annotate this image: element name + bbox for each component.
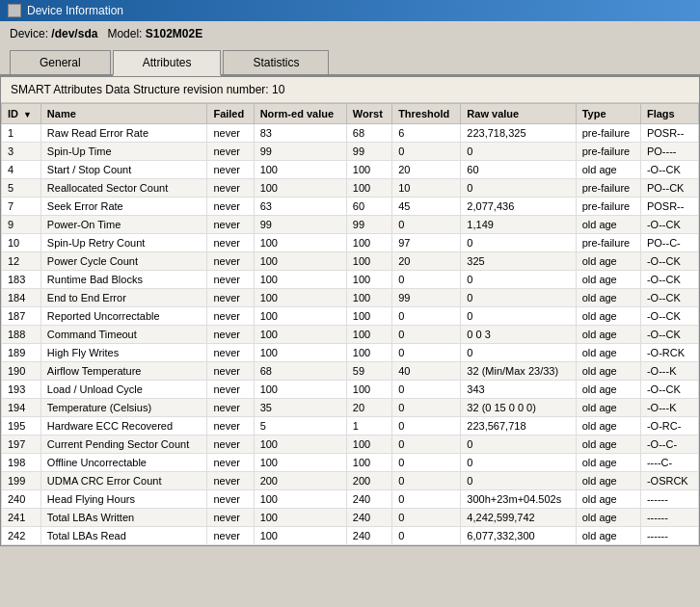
tab-attributes[interactable]: Attributes	[113, 50, 222, 76]
col-id[interactable]: ID ▼	[2, 104, 41, 124]
cell-worst: 200	[346, 472, 391, 490]
col-worst[interactable]: Worst	[346, 104, 391, 124]
cell-name: Spin-Up Time	[40, 143, 207, 161]
cell-normed: 68	[254, 362, 346, 381]
tab-general[interactable]: General	[10, 50, 111, 74]
cell-name: Seek Error Rate	[40, 198, 207, 216]
revision-info: SMART Attributes Data Structure revision…	[1, 77, 699, 103]
cell-raw: 0	[461, 435, 576, 454]
cell-name: Total LBAs Written	[40, 509, 207, 527]
table-row: 12Power Cycle Countnever10010020325old a…	[2, 252, 699, 271]
tab-statistics[interactable]: Statistics	[223, 50, 329, 74]
cell-name: Spin-Up Retry Count	[40, 234, 207, 252]
cell-flags: -O--CK	[640, 271, 698, 289]
cell-failed: never	[207, 344, 254, 362]
col-normed[interactable]: Norm-ed value	[254, 104, 346, 124]
cell-name: Power-On Time	[40, 216, 207, 234]
cell-name: Power Cycle Count	[40, 252, 207, 271]
cell-failed: never	[207, 271, 254, 289]
cell-id: 189	[2, 344, 41, 362]
table-row: 188Command Timeoutnever10010000 0 3old a…	[2, 326, 699, 344]
cell-threshold: 6	[392, 124, 461, 143]
cell-normed: 100	[254, 234, 346, 252]
col-type[interactable]: Type	[576, 104, 640, 124]
device-label: Device:	[10, 27, 48, 40]
col-flags[interactable]: Flags	[640, 104, 698, 124]
cell-name: Command Timeout	[40, 326, 207, 344]
cell-name: Start / Stop Count	[40, 161, 207, 179]
cell-failed: never	[207, 472, 254, 490]
model-value: S102M02E	[146, 27, 202, 40]
col-name[interactable]: Name	[40, 104, 207, 124]
table-row: 3Spin-Up Timenever999900pre-failurePO---…	[2, 143, 699, 161]
cell-flags: PO--C-	[640, 234, 698, 252]
cell-normed: 35	[254, 399, 346, 417]
cell-threshold: 0	[392, 490, 461, 509]
cell-threshold: 0	[392, 326, 461, 344]
cell-failed: never	[207, 417, 254, 435]
cell-raw: 0	[461, 344, 576, 362]
col-raw[interactable]: Raw value	[461, 104, 576, 124]
cell-threshold: 97	[392, 234, 461, 252]
cell-id: 197	[2, 435, 41, 454]
cell-name: Airflow Temperature	[40, 362, 207, 381]
table-row: 7Seek Error Ratenever6360452,077,436pre-…	[2, 198, 699, 216]
cell-failed: never	[207, 198, 254, 216]
cell-name: Hardware ECC Recovered	[40, 417, 207, 435]
cell-id: 12	[2, 252, 41, 271]
cell-threshold: 0	[392, 454, 461, 472]
cell-threshold: 10	[392, 179, 461, 198]
cell-threshold: 20	[392, 252, 461, 271]
cell-type: pre-failure	[576, 124, 640, 143]
cell-worst: 100	[346, 435, 391, 454]
cell-flags: -O--CK	[640, 161, 698, 179]
cell-worst: 100	[346, 326, 391, 344]
cell-worst: 100	[346, 179, 391, 198]
cell-id: 1	[2, 124, 41, 143]
cell-type: old age	[576, 435, 640, 454]
cell-threshold: 0	[392, 527, 461, 545]
cell-normed: 100	[254, 490, 346, 509]
cell-worst: 100	[346, 271, 391, 289]
cell-normed: 63	[254, 198, 346, 216]
table-row: 187Reported Uncorrectablenever10010000ol…	[2, 307, 699, 326]
cell-type: old age	[576, 289, 640, 307]
cell-id: 242	[2, 527, 41, 545]
cell-type: old age	[576, 417, 640, 435]
cell-raw: 32 (Min/Max 23/33)	[461, 362, 576, 381]
table-row: 183Runtime Bad Blocksnever10010000old ag…	[2, 271, 699, 289]
cell-threshold: 0	[392, 435, 461, 454]
cell-normed: 100	[254, 344, 346, 362]
cell-type: old age	[576, 252, 640, 271]
col-threshold[interactable]: Threshold	[392, 104, 461, 124]
cell-raw: 4,242,599,742	[461, 509, 576, 527]
cell-id: 9	[2, 216, 41, 234]
table-row: 193Load / Unload Cyclenever1001000343old…	[2, 381, 699, 399]
cell-normed: 83	[254, 124, 346, 143]
cell-flags: POSR--	[640, 124, 698, 143]
cell-raw: 0 0 3	[461, 326, 576, 344]
table-row: 10Spin-Up Retry Countnever100100970pre-f…	[2, 234, 699, 252]
sort-arrow-id: ▼	[23, 110, 32, 119]
cell-name: High Fly Writes	[40, 344, 207, 362]
cell-normed: 100	[254, 179, 346, 198]
cell-id: 198	[2, 454, 41, 472]
cell-worst: 100	[346, 344, 391, 362]
table-row: 242Total LBAs Readnever10024006,077,332,…	[2, 527, 699, 545]
cell-threshold: 0	[392, 271, 461, 289]
table-row: 1Raw Read Error Ratenever83686223,718,32…	[2, 124, 699, 143]
table-row: 190Airflow Temperaturenever68594032 (Min…	[2, 362, 699, 381]
table-row: 4Start / Stop Countnever1001002060old ag…	[2, 161, 699, 179]
cell-name: Temperature (Celsius)	[40, 399, 207, 417]
cell-worst: 100	[346, 161, 391, 179]
cell-raw: 0	[461, 472, 576, 490]
table-row: 198Offline Uncorrectablenever10010000old…	[2, 454, 699, 472]
cell-name: Current Pending Sector Count	[40, 435, 207, 454]
cell-flags: -O--C-	[640, 435, 698, 454]
cell-type: old age	[576, 326, 640, 344]
col-failed[interactable]: Failed	[207, 104, 254, 124]
cell-raw: 60	[461, 161, 576, 179]
table-header-row: ID ▼ Name Failed Norm-ed value Worst Thr…	[2, 104, 699, 124]
cell-threshold: 0	[392, 509, 461, 527]
cell-threshold: 0	[392, 216, 461, 234]
